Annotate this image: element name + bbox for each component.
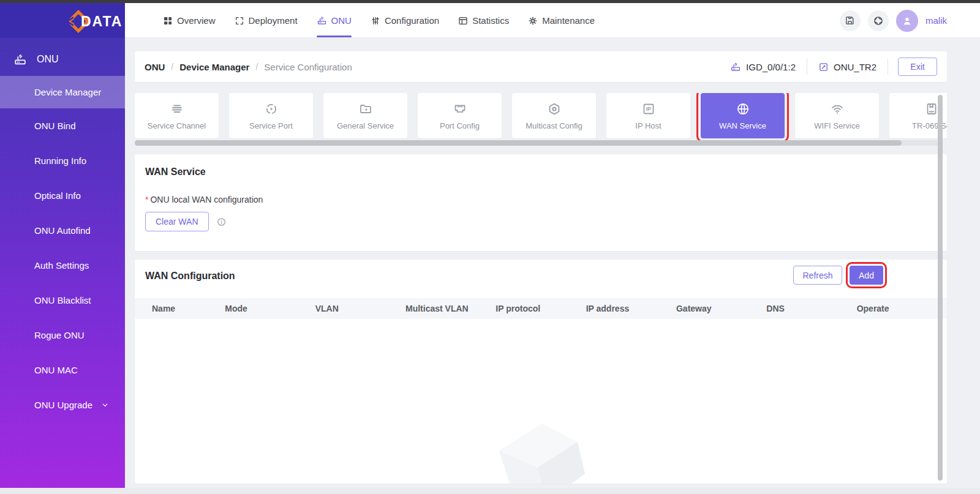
breadcrumb-device-manager[interactable]: Device Manager xyxy=(179,62,249,72)
sidebar-item-label: ONU Upgrade xyxy=(34,400,92,410)
logo-block: DATA xyxy=(0,3,125,38)
tab-multicast-config[interactable]: Multicast Config xyxy=(512,93,596,138)
sidebar-item-label: ONU Autofind xyxy=(34,225,91,236)
column-header-vlan: VLAN xyxy=(315,304,405,313)
book-icon xyxy=(924,102,939,116)
router-icon xyxy=(317,15,327,26)
sidebar-item-onu-bind[interactable]: ONU Bind xyxy=(0,108,125,143)
sidebar-item-optical-info[interactable]: Optical Info xyxy=(0,178,125,213)
chevron-down-icon xyxy=(101,401,109,409)
column-header-mode: Mode xyxy=(225,304,315,313)
tab-label: WIFI Service xyxy=(814,121,859,130)
tab-wan-service[interactable]: WAN Service xyxy=(701,93,785,138)
tab-port-config[interactable]: Port Config xyxy=(418,93,502,138)
empty-state-box-illustration xyxy=(481,413,622,484)
save-icon xyxy=(845,15,855,26)
sliders-icon xyxy=(371,16,380,26)
tab-service-channel[interactable]: Service Channel xyxy=(135,93,219,138)
edit-document-icon xyxy=(818,62,829,72)
tab-label: WAN Service xyxy=(719,121,766,130)
nav-item-maintenance[interactable]: Maintenance xyxy=(528,3,595,38)
tab-wifi-service[interactable]: WIFI Service xyxy=(795,93,879,138)
clear-wan-button[interactable]: Clear WAN xyxy=(145,212,209,231)
vertical-scrollbar-thumb[interactable] xyxy=(938,95,943,481)
exit-button[interactable]: Exit xyxy=(898,58,937,76)
wan-service-panel: WAN Service *ONU local WAN configuration… xyxy=(135,154,947,251)
sidebar: ONU Device Manager ONU Bind Running Info… xyxy=(0,38,125,488)
save-button[interactable] xyxy=(840,10,861,31)
onu-name: ONU_TR2 xyxy=(834,62,876,72)
gear-icon xyxy=(528,16,538,26)
sidebar-item-rogue-onu[interactable]: Rogue ONU xyxy=(0,318,125,353)
sidebar-item-onu-autofind[interactable]: ONU Autofind xyxy=(0,213,125,248)
column-header-dns: DNS xyxy=(766,304,856,313)
breadcrumb-onu[interactable]: ONU xyxy=(145,62,165,72)
nav-label: Statistics xyxy=(472,15,509,26)
sidebar-item-label: Running Info xyxy=(34,155,86,166)
tab-label: Service Channel xyxy=(148,121,206,130)
deployment-icon xyxy=(235,16,244,26)
sidebar-item-label: Rogue ONU xyxy=(34,330,85,340)
circle-dot-icon xyxy=(264,102,279,116)
nav-item-statistics[interactable]: Statistics xyxy=(458,3,509,38)
sidebar-item-onu-upgrade[interactable]: ONU Upgrade xyxy=(0,387,125,422)
wan-table-header: Name Mode VLAN Multicast VLAN IP protoco… xyxy=(135,298,947,319)
page: DATA Overview Deployment ONU Configurati… xyxy=(0,0,980,494)
tab-label: Multicast Config xyxy=(526,121,582,130)
tab-service-port[interactable]: Service Port xyxy=(229,93,313,138)
breadcrumb-separator: / xyxy=(255,62,258,72)
nav-item-deployment[interactable]: Deployment xyxy=(235,3,298,38)
add-button[interactable]: Add xyxy=(850,266,883,285)
top-header: Overview Deployment ONU Configuration St… xyxy=(125,3,980,38)
globe-icon xyxy=(873,15,884,26)
ip-box-icon: IP xyxy=(641,102,656,116)
sidebar-item-label: Auth Settings xyxy=(34,260,89,271)
nav-label: Deployment xyxy=(249,15,298,26)
globe-button[interactable] xyxy=(868,10,889,31)
user-avatar[interactable] xyxy=(896,10,918,32)
sidebar-item-auth-settings[interactable]: Auth Settings xyxy=(0,248,125,283)
refresh-button[interactable]: Refresh xyxy=(793,266,842,285)
username[interactable]: malik xyxy=(925,15,947,26)
sidebar-item-label: ONU Blacklist xyxy=(34,295,91,305)
device-id: IGD_0/0/1:2 xyxy=(746,62,796,72)
sidebar-item-onu-blacklist[interactable]: ONU Blacklist xyxy=(0,283,125,318)
bottom-strip xyxy=(0,488,980,494)
router-icon xyxy=(13,53,27,66)
header-right-cluster: malik xyxy=(840,3,947,38)
align-lines-icon xyxy=(170,102,184,116)
sidebar-item-running-info[interactable]: Running Info xyxy=(0,143,125,178)
wifi-icon xyxy=(830,102,845,116)
column-header-gateway: Gateway xyxy=(676,304,766,313)
sidebar-item-label: ONU Bind xyxy=(34,121,76,131)
sidebar-item-label: Device Manager xyxy=(34,87,101,97)
breadcrumb-right-cluster: IGD_0/0/1:2 ONU_TR2 Exit xyxy=(719,58,937,76)
sidebar-section-onu: ONU xyxy=(0,43,125,76)
clear-wan-row: Clear WAN xyxy=(145,212,937,231)
folder-gear-icon xyxy=(358,102,373,116)
tab-general-service[interactable]: General Service xyxy=(323,93,407,138)
person-icon xyxy=(901,15,913,27)
nav-item-overview[interactable]: Overview xyxy=(163,3,216,38)
info-icon[interactable] xyxy=(216,217,227,227)
nav-item-configuration[interactable]: Configuration xyxy=(371,3,439,38)
horizontal-scrollbar-thumb[interactable] xyxy=(135,140,902,146)
sidebar-item-onu-mac[interactable]: ONU MAC xyxy=(0,353,125,387)
ethernet-icon xyxy=(453,102,467,116)
nav-label: Configuration xyxy=(385,15,439,26)
wan-service-title: WAN Service xyxy=(145,167,937,178)
svg-text:IP: IP xyxy=(646,106,650,112)
sidebar-section-label: ONU xyxy=(37,54,59,65)
horizontal-scrollbar[interactable] xyxy=(135,140,938,146)
breadcrumb-separator: / xyxy=(171,62,173,72)
nav-label: ONU xyxy=(331,15,352,26)
nav-label: Overview xyxy=(177,15,216,26)
tab-label: Port Config xyxy=(440,121,480,130)
tab-ip-host[interactable]: IP IP Host xyxy=(606,93,690,138)
nav-item-onu[interactable]: ONU xyxy=(317,3,352,38)
wan-configuration-panel: WAN Configuration Refresh Add Name Mode … xyxy=(135,260,947,484)
sidebar-item-label: Optical Info xyxy=(34,190,81,201)
column-header-operate: Operate xyxy=(857,304,947,313)
tab-label: Service Port xyxy=(249,121,293,130)
sidebar-item-device-manager[interactable]: Device Manager xyxy=(0,76,125,108)
